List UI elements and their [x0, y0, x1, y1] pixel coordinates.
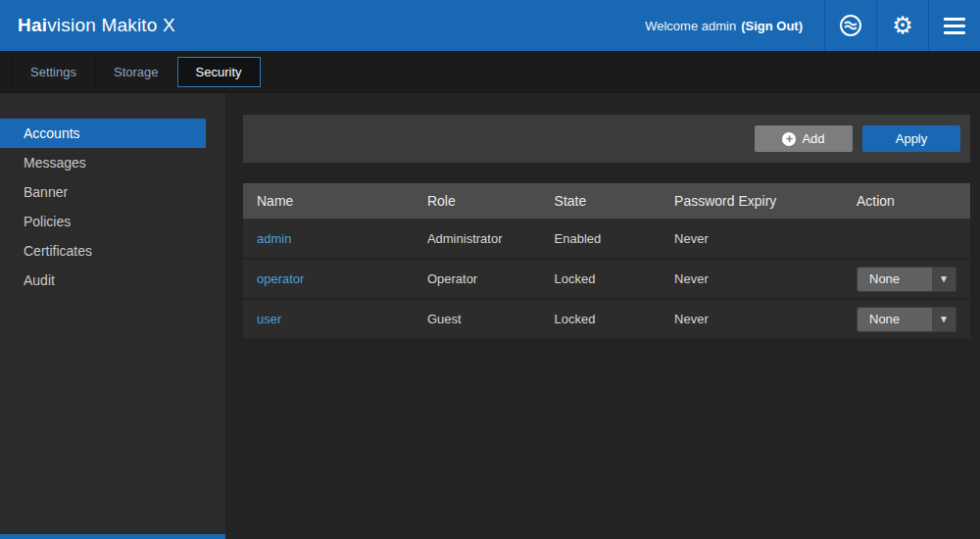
apply-button[interactable]: Apply	[862, 125, 960, 152]
action-cell: None ▼	[843, 299, 970, 339]
gear-glyph: ⚙	[892, 14, 913, 37]
table-row: user Guest Locked Never None ▼	[243, 299, 970, 339]
hamburger-glyph	[944, 18, 965, 34]
sidebar-item-banner[interactable]: Banner	[0, 177, 206, 207]
security-sidebar: Accounts Messages Banner Policies Certif…	[0, 93, 225, 539]
tab-settings[interactable]: Settings	[12, 57, 95, 87]
brand-logo: Haivision Makito X	[18, 15, 175, 36]
column-header-state: State	[541, 183, 661, 219]
top-header: Haivision Makito X Welcome admin (Sign O…	[0, 0, 980, 51]
action-cell: None ▼	[843, 259, 970, 299]
action-dropdown[interactable]: None ▼	[857, 307, 956, 332]
app-root: Haivision Makito X Welcome admin (Sign O…	[0, 0, 980, 539]
account-link-operator[interactable]: operator	[257, 271, 304, 286]
accounts-toolbar: + Add Apply	[243, 115, 970, 163]
action-cell	[843, 219, 970, 259]
state-cell: Locked	[541, 259, 661, 299]
role-cell: Guest	[414, 299, 541, 339]
chevron-down-icon: ▼	[932, 268, 956, 291]
add-button-label: Add	[802, 131, 824, 146]
column-header-role: Role	[414, 183, 541, 219]
sidebar-item-messages[interactable]: Messages	[0, 148, 206, 177]
tab-security[interactable]: Security	[177, 57, 261, 87]
password-expiry-cell: Never	[661, 219, 843, 259]
column-header-password-expiry: Password Expiry	[661, 183, 843, 219]
brand-logo-rest: vision Makito X	[47, 15, 175, 35]
sidebar-item-accounts[interactable]: Accounts	[0, 119, 206, 148]
main-area: Accounts Messages Banner Policies Certif…	[0, 93, 980, 539]
welcome-text: Welcome admin	[645, 19, 736, 33]
plus-icon: +	[782, 132, 796, 146]
menu-hamburger-icon[interactable]	[929, 0, 980, 51]
brand-logo-bold: Hai	[18, 15, 47, 35]
role-cell: Administrator	[414, 219, 541, 259]
account-link-user[interactable]: user	[257, 312, 281, 326]
tab-storage[interactable]: Storage	[95, 57, 177, 87]
accounts-table: Name Role State Password Expiry Action a…	[243, 183, 970, 340]
settings-gear-icon[interactable]: ⚙	[877, 0, 928, 51]
role-cell: Operator	[414, 259, 541, 299]
account-link-admin[interactable]: admin	[257, 231, 291, 246]
wave-circle-glyph	[839, 14, 862, 37]
column-header-name: Name	[243, 183, 414, 219]
header-right-group: Welcome admin (Sign Out) ⚙	[645, 0, 980, 51]
sidebar-item-audit[interactable]: Audit	[0, 266, 206, 295]
sidebar-item-certificates[interactable]: Certificates	[0, 236, 206, 266]
chevron-down-icon: ▼	[932, 308, 956, 331]
password-expiry-cell: Never	[661, 259, 843, 299]
password-expiry-cell: Never	[661, 299, 843, 339]
primary-tabbar: Settings Storage Security	[0, 51, 980, 93]
table-row: admin Administrator Enabled Never	[243, 219, 970, 259]
haivision-wave-icon[interactable]	[825, 0, 876, 51]
add-account-button[interactable]: + Add	[755, 125, 853, 152]
state-cell: Enabled	[541, 219, 661, 259]
state-cell: Locked	[541, 299, 661, 339]
column-header-action: Action	[843, 183, 970, 219]
action-dropdown-value: None	[858, 268, 932, 291]
sidebar-bottom-accent	[0, 534, 225, 539]
sidebar-item-policies[interactable]: Policies	[0, 207, 206, 236]
action-dropdown-value: None	[858, 308, 932, 331]
action-dropdown[interactable]: None ▼	[857, 267, 956, 292]
sign-out-link[interactable]: (Sign Out)	[741, 19, 803, 33]
accounts-content: + Add Apply Name Role State Password Exp…	[225, 93, 980, 539]
table-header-row: Name Role State Password Expiry Action	[243, 183, 970, 219]
table-row: operator Operator Locked Never None ▼	[243, 259, 970, 299]
